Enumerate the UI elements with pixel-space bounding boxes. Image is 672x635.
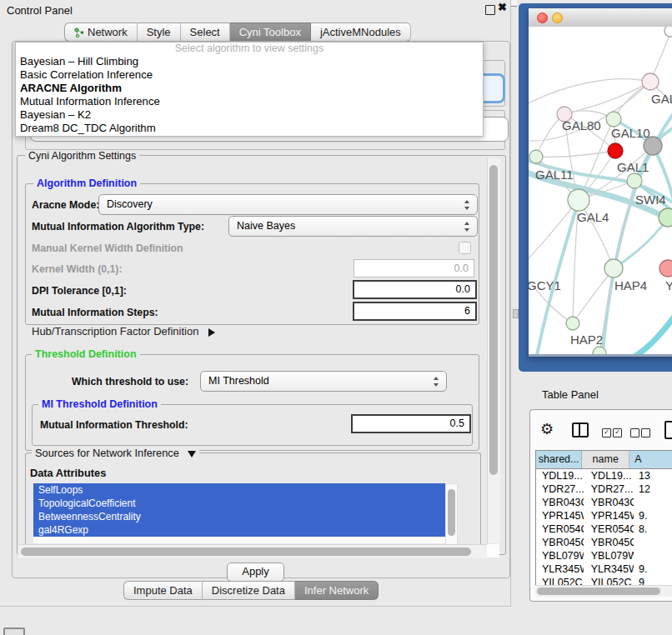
tab-impute-data[interactable]: Impute Data (123, 581, 203, 600)
network-canvas[interactable]: GAL80 GAL10 GAL11 GAL1 SWI4 GAL4 GCY1 HA… (529, 27, 672, 354)
close-icon[interactable]: ✖ (498, 1, 509, 14)
list-scrollbar-track[interactable] (445, 483, 458, 545)
float-window-icon[interactable] (485, 5, 495, 15)
spinner-arrows-icon (464, 222, 470, 232)
dropdown-item[interactable]: Dream8 DC_TDC Algorithm (16, 122, 483, 135)
apply-button[interactable]: Apply (227, 562, 284, 582)
tab-select-label: Select (190, 26, 220, 38)
tab-cyni-toolbox[interactable]: Cyni Toolbox (230, 22, 311, 42)
attribute-item-selected[interactable]: TopologicalCoefficient (33, 497, 445, 510)
table-row[interactable]: YLR345WYLR345W9. (536, 562, 672, 576)
tab-impute-data-label: Impute Data (133, 584, 193, 597)
network-window: GAL80 GAL10 GAL11 GAL1 SWI4 GAL4 GCY1 HA… (529, 8, 672, 357)
dpi-tolerance-field[interactable]: 0.0 (353, 280, 477, 299)
network-graph-icon (74, 28, 84, 38)
node-label: HAP2 (570, 332, 603, 347)
minimize-traffic-light-icon[interactable] (552, 12, 563, 23)
dropdown-item[interactable]: Mutual Information Inference (16, 95, 483, 108)
attribute-item-selected[interactable]: BetweennessCentrality (33, 510, 445, 523)
select-all-columns-icon[interactable]: ✓✓ (602, 425, 624, 440)
attribute-item-selected[interactable]: SelfLoops (33, 483, 445, 497)
tab-style[interactable]: Style (138, 22, 181, 42)
cyni-bottom-tabbar: Impute Data Discretize Data Infer Networ… (123, 581, 379, 600)
close-traffic-light-icon[interactable] (537, 12, 548, 23)
gear-icon[interactable]: ⚙ (540, 422, 554, 437)
node-gal11[interactable] (529, 150, 543, 163)
tab-select[interactable]: Select (181, 22, 230, 42)
mi-threshold-label: Mutual Information Threshold: (40, 419, 188, 431)
table-row[interactable]: YDL19...YDL19...13 (536, 469, 672, 482)
settings-hscrollbar-track[interactable] (18, 544, 487, 558)
tab-jactivemnodules-label: jActiveMNodules (320, 26, 401, 38)
deselect-all-columns-icon[interactable] (630, 425, 652, 440)
table-row[interactable]: YPR145WYPR145W9. (536, 509, 672, 522)
which-threshold-select[interactable]: MI Threshold (200, 371, 447, 392)
column-header-shared-name[interactable]: shared... (536, 451, 582, 468)
node-label-partial: Y (665, 278, 672, 292)
node-gal10[interactable] (606, 112, 621, 127)
sources-expander[interactable]: Sources for Network Inference (32, 447, 199, 459)
split-columns-icon[interactable] (572, 422, 589, 438)
cell: YBL079W (584, 549, 634, 562)
node-salmon[interactable] (659, 260, 672, 277)
dropdown-item[interactable]: Bayesian – Hill Climbing (16, 55, 483, 68)
list-scrollbar-thumb[interactable] (448, 489, 455, 536)
table-row[interactable]: YDR27...YDR27...12 (536, 482, 672, 496)
zoom-traffic-light-icon[interactable] (567, 12, 576, 22)
node-label: SWI4 (635, 192, 666, 207)
node-gal1[interactable] (627, 173, 642, 188)
cell: YER054C (536, 522, 584, 536)
aracne-mode-label: Aracne Mode: (32, 199, 99, 211)
export-table-icon[interactable] (664, 421, 672, 439)
table-panel-window: ⚙ ✓✓ shared... name A YDL19...YDL19...13… (529, 409, 672, 602)
node-gal4[interactable] (568, 189, 589, 211)
mi-threshold-definition-title: MI Threshold Definition (38, 398, 161, 410)
panel-title: Control Panel (7, 4, 73, 17)
tab-discretize-data-label: Discretize Data (212, 584, 285, 597)
cell: 9. (634, 562, 672, 576)
node-swi4[interactable] (659, 208, 672, 227)
attribute-item-selected[interactable]: gal4RGexp (33, 523, 445, 537)
mi-threshold-field[interactable]: 0.5 (351, 414, 471, 433)
settings-hscrollbar-thumb[interactable] (21, 548, 471, 556)
splitter-handle[interactable] (513, 309, 519, 318)
collapsed-panel-button[interactable] (3, 628, 25, 635)
manual-kernel-checkbox[interactable] (459, 242, 471, 254)
node-gal-partial[interactable] (642, 73, 659, 90)
mi-steps-field[interactable]: 6 (353, 302, 477, 321)
mi-type-select[interactable]: Naive Bayes (228, 216, 478, 237)
table-hscrollbar-thumb[interactable] (537, 588, 660, 595)
node-red-selected[interactable] (608, 143, 623, 158)
dropdown-item-selected[interactable]: ARACNE Algorithm (16, 82, 483, 95)
table-row[interactable]: YBR045CYBR045C (536, 536, 672, 549)
network-window-bottom-edge (529, 354, 672, 357)
tab-cyni-toolbox-label: Cyni Toolbox (239, 26, 301, 38)
settings-vscrollbar-thumb[interactable] (489, 165, 498, 475)
column-header-partial[interactable]: A (629, 451, 672, 468)
dropdown-item[interactable]: Basic Correlation Inference (16, 68, 483, 82)
node-label: GAL80 (562, 118, 601, 132)
tab-discretize-data[interactable]: Discretize Data (203, 581, 295, 600)
node-hap4[interactable] (604, 259, 623, 278)
cell: YLR345W (536, 562, 584, 576)
table-row[interactable]: YBL079WYBL079W (536, 549, 672, 562)
tab-network[interactable]: Network (64, 22, 138, 42)
table-row[interactable]: YER054CYER054C8. (536, 522, 672, 536)
kernel-width-field[interactable]: 0.0 (354, 259, 474, 278)
tab-jactivemnodules[interactable]: jActiveMNodules (311, 22, 411, 42)
node-hap2[interactable] (566, 317, 579, 330)
node-label: GAL11 (535, 168, 574, 182)
node-unlabeled[interactable] (664, 27, 672, 37)
table-row[interactable]: YBR043CYBR043C (536, 496, 672, 509)
hub-definition-expander[interactable]: Hub/Transcription Factor Definition (32, 325, 215, 338)
tab-infer-network[interactable]: Infer Network (295, 581, 379, 600)
hub-definition-label: Hub/Transcription Factor Definition (32, 325, 198, 338)
settings-vscrollbar-track[interactable] (487, 158, 500, 543)
spinner-arrows-icon (464, 200, 470, 210)
aracne-mode-select[interactable]: Discovery (98, 194, 478, 215)
column-header-name[interactable]: name (582, 451, 629, 468)
network-window-titlebar[interactable] (529, 8, 672, 28)
dropdown-item[interactable]: Bayesian – K2 (16, 108, 483, 122)
tab-style-label: Style (147, 26, 171, 38)
table-hscrollbar-track[interactable] (535, 585, 672, 597)
